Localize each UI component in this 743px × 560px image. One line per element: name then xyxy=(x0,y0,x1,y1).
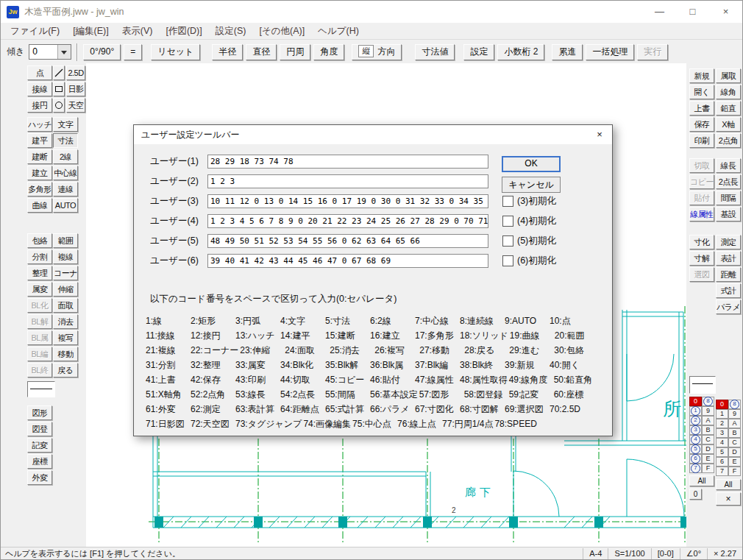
toolbar-button[interactable]: 属変 xyxy=(27,282,52,297)
layer-group-cell[interactable]: 6 xyxy=(716,457,728,467)
dimension-value-button[interactable]: 寸法値 xyxy=(415,44,455,60)
toolbar-button[interactable]: 戻る xyxy=(53,363,78,378)
toolbar-button[interactable]: ハッチ xyxy=(27,117,52,132)
toolbar-button[interactable]: 印刷 xyxy=(689,133,714,148)
toolbar-button[interactable]: 線属性 xyxy=(689,207,714,221)
toolbar-button[interactable]: 建断 xyxy=(27,149,52,164)
toolbar-button[interactable]: BL終 xyxy=(27,363,52,378)
direction-button[interactable]: 縦方向 xyxy=(352,44,402,60)
dialog-title-bar[interactable]: ユーザー設定ツールバー × xyxy=(134,125,612,144)
cancel-button[interactable]: キャンセル xyxy=(502,177,561,193)
layer-cell[interactable]: 2 xyxy=(689,416,702,425)
circumference-button[interactable]: 円周 xyxy=(280,44,310,60)
setting-button[interactable]: 設定 xyxy=(463,44,494,60)
layer-group-cell[interactable]: E xyxy=(728,457,741,467)
layer-cell[interactable]: 9 xyxy=(702,406,714,416)
toolbar-button[interactable]: コピー xyxy=(689,174,714,189)
menu-item[interactable]: [その他(A)] xyxy=(252,23,311,39)
batch-button[interactable]: 一括処理 xyxy=(586,44,634,60)
toolbar-button[interactable]: 複線 xyxy=(53,249,78,264)
menu-item[interactable]: 表示(V) xyxy=(115,23,160,39)
toolbar-button[interactable]: BL編 xyxy=(27,347,52,361)
toolbar-button[interactable]: 開く xyxy=(689,85,714,99)
toolbar-button[interactable]: 距離 xyxy=(716,267,741,282)
toolbar-button[interactable]: 新規 xyxy=(689,68,714,83)
toolbar-button[interactable]: 面取 xyxy=(53,298,78,313)
toolbar-button[interactable]: 包絡 xyxy=(27,233,52,248)
menu-item[interactable]: 設定(S) xyxy=(209,23,253,39)
decimal-digits-button[interactable]: 小数桁 2 xyxy=(497,44,544,60)
toolbar-button[interactable]: 整理 xyxy=(27,266,52,280)
zoom-indicator-button[interactable]: × 2.27 xyxy=(707,548,742,559)
layer-indicator-button[interactable]: [0-0] xyxy=(651,548,680,559)
layer-cell[interactable]: 7 xyxy=(689,464,702,473)
toolbar-button[interactable]: 分割 xyxy=(27,249,52,264)
equal-button[interactable]: = xyxy=(124,44,142,60)
layer-cell[interactable]: 1 xyxy=(689,406,702,416)
toolbar-button[interactable]: AUTO xyxy=(53,198,78,213)
toolbar-button[interactable]: 記変 xyxy=(27,438,52,453)
init-checkbox[interactable]: (5)初期化 xyxy=(502,231,556,251)
toolbar-button[interactable]: 伸縮 xyxy=(53,282,78,297)
toolbar-button[interactable]: BL属 xyxy=(27,330,52,345)
layer-group-cell[interactable]: F xyxy=(728,467,741,476)
layer-cell[interactable]: E xyxy=(702,454,714,464)
toolbar-button[interactable]: 点 xyxy=(27,65,52,80)
toolbar-button[interactable]: 基設 xyxy=(716,207,741,221)
toolbar-button[interactable]: 貼付 xyxy=(689,191,714,205)
close-button[interactable]: × xyxy=(709,1,742,23)
layer-group-cell[interactable]: 0 xyxy=(716,400,728,409)
cumulative-button[interactable]: 累進 xyxy=(552,44,583,60)
toolbar-button[interactable]: 連線 xyxy=(53,182,78,196)
toolbar-button[interactable]: 建平 xyxy=(27,133,52,148)
layer-cell[interactable]: 6 xyxy=(689,454,702,464)
user-codes-input[interactable]: 10 11 12 0 13 0 14 15 16 0 17 19 0 30 0 … xyxy=(207,194,488,208)
toolbar-button[interactable]: 接円 xyxy=(27,98,52,113)
checkbox-box[interactable] xyxy=(502,196,513,207)
circle-tool-button[interactable] xyxy=(53,98,65,113)
layer-group-cell[interactable]: 1 xyxy=(716,409,728,419)
combo-dropdown-button[interactable] xyxy=(57,45,71,59)
layer-group-all-button[interactable]: All xyxy=(716,479,741,490)
toolbar-button[interactable]: 式計 xyxy=(716,283,741,298)
toolbar-button[interactable]: 多角形 xyxy=(27,182,52,196)
toolbar-button[interactable]: 消去 xyxy=(53,314,78,329)
layer-group-cell[interactable]: C xyxy=(728,438,741,447)
radius-button[interactable]: 半径 xyxy=(212,44,243,60)
user-codes-input[interactable]: 48 49 50 51 52 53 54 55 56 0 62 63 64 65… xyxy=(207,234,488,248)
layer-zero-button[interactable]: 0 xyxy=(689,489,702,500)
toolbar-button[interactable]: 表計 xyxy=(716,251,741,266)
init-checkbox[interactable]: (3)初期化 xyxy=(502,191,556,211)
dialog-close-button[interactable]: × xyxy=(587,125,612,144)
toolbar-button[interactable]: 線長 xyxy=(716,158,741,173)
toolbar-button[interactable]: 寸化 xyxy=(689,235,714,249)
toolbar-button[interactable]: 選図 xyxy=(689,267,714,282)
checkbox-box[interactable] xyxy=(502,255,513,266)
minimize-button[interactable]: — xyxy=(643,1,676,23)
toolbar-button[interactable]: BL解 xyxy=(27,314,52,329)
toolbar-button[interactable]: 図登 xyxy=(27,422,52,436)
slope-combo[interactable]: 0 xyxy=(29,44,71,60)
menu-item[interactable]: [作図(D)] xyxy=(159,23,208,39)
toolbar-button[interactable]: 線角 xyxy=(716,85,741,99)
angle-90-button[interactable]: 0°/90° xyxy=(83,44,121,60)
toolbar-button[interactable]: 鉛直 xyxy=(716,101,741,116)
checkbox-box[interactable] xyxy=(502,235,513,247)
toolbar-button[interactable]: 建立 xyxy=(27,166,52,180)
layer-group-cell[interactable]: 2 xyxy=(716,419,728,428)
toolbar-button[interactable]: 保存 xyxy=(689,117,714,132)
layer-cell[interactable]: 8 xyxy=(702,397,714,406)
layer-group-cell[interactable]: 9 xyxy=(728,409,741,419)
user-codes-input[interactable]: 1 2 3 xyxy=(207,174,488,188)
toolbar-button[interactable]: 外変 xyxy=(27,470,52,485)
layer-group-cell[interactable]: 7 xyxy=(716,467,728,476)
layer-cell[interactable]: 0 xyxy=(689,397,702,406)
toolbar-button[interactable]: 図形 xyxy=(27,405,52,420)
menu-item[interactable]: ファイル(F) xyxy=(4,23,66,39)
toolbar-button[interactable]: 切取 xyxy=(689,158,714,173)
checkbox-box[interactable] xyxy=(502,216,513,227)
layer-cell[interactable]: F xyxy=(702,464,714,473)
line-tool-button[interactable] xyxy=(53,65,65,80)
toolbar-button[interactable]: 座標 xyxy=(27,454,52,469)
reset-button[interactable]: リセット xyxy=(151,44,200,60)
